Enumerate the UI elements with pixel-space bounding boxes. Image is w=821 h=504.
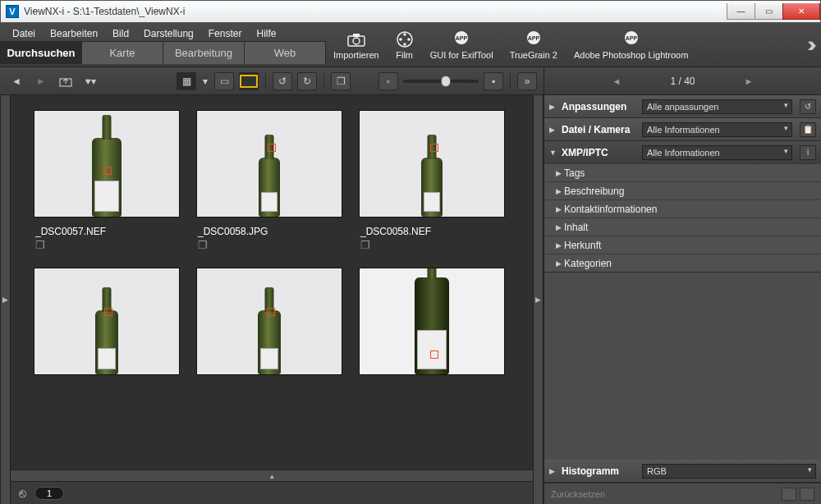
tab-browse[interactable]: Durchsuchen — [0, 41, 82, 64]
xmp-row-tags[interactable]: ▶Tags — [544, 163, 821, 181]
svg-text:APP: APP — [528, 35, 540, 41]
truegrain-button[interactable]: APP TrueGrain 2 — [510, 30, 557, 60]
compare-icon — [240, 75, 258, 88]
nav-forward-button[interactable]: ► — [31, 72, 51, 90]
histogram-select[interactable]: RGB — [642, 464, 816, 479]
tab-web[interactable]: Web — [244, 41, 326, 64]
left-rail-toggle[interactable]: ▶ — [0, 95, 11, 504]
reel-icon — [396, 30, 414, 48]
chevron-right-icon[interactable]: ▶ — [549, 126, 557, 134]
thumbnail-cell[interactable] — [359, 268, 505, 375]
view-compare-button[interactable] — [239, 72, 259, 90]
menu-file[interactable]: Datei — [5, 26, 43, 41]
titlebar: V ViewNX-i - S:\1-Testdaten\_ViewNX-i — … — [0, 0, 821, 23]
image-nav-row: ◄ 1 / 40 ► — [544, 67, 821, 95]
xmp-row-contact[interactable]: ▶Kontaktinformationen — [544, 199, 821, 218]
exiftool-label: GUI for ExifTool — [430, 50, 493, 60]
xmp-row-description[interactable]: ▶Beschreibung — [544, 181, 821, 199]
tab-map[interactable]: Karte — [81, 41, 163, 64]
adjustments-select[interactable]: Alle anpassungen — [642, 99, 792, 114]
chevron-down-icon[interactable]: ▼ — [549, 149, 557, 157]
prev-image-button[interactable]: ◄ — [612, 76, 621, 86]
exiftool-button[interactable]: APP GUI for ExifTool — [430, 30, 493, 60]
thumbnail-filename: _DSC0057.NEF — [35, 226, 180, 237]
thumbnail-image[interactable] — [359, 110, 505, 218]
nav-back-button[interactable]: ◄ — [7, 72, 26, 90]
rotate-ccw-button[interactable]: ↺ — [273, 72, 292, 90]
thumbnail-cell[interactable]: _DSC0057.NEF ❐ — [34, 110, 180, 251]
stack-button[interactable]: ❐ — [331, 72, 351, 90]
file-camera-select[interactable]: Alle Informationen — [642, 122, 792, 137]
panel-filler — [544, 273, 821, 460]
menu-edit[interactable]: Bearbeiten — [43, 26, 105, 41]
mode-tabs: Durchsuchen Karte Bearbeitung Web — [0, 41, 325, 64]
app-badge-icon: APP — [622, 30, 640, 48]
right-rail-toggle[interactable]: ▶ — [533, 95, 544, 504]
thumbnail-image[interactable] — [34, 110, 180, 218]
app-badge-icon: APP — [452, 30, 470, 48]
window-maximize-button[interactable]: ▭ — [754, 3, 782, 20]
save-preset-icon[interactable] — [782, 488, 796, 501]
thumbnail-cell[interactable] — [34, 268, 180, 375]
export-icon[interactable]: ⎋ — [19, 486, 26, 500]
info-icon[interactable]: i — [800, 145, 816, 160]
main-area: ▶ _DSC0057.NEF ❐ _DSC0058.JPG ❐ — [0, 95, 821, 504]
thumbnail-cell[interactable] — [196, 268, 342, 375]
thumbnail-image[interactable] — [359, 268, 505, 375]
tab-edit[interactable]: Bearbeitung — [163, 41, 245, 64]
xmp-row-origin[interactable]: ▶Herkunft — [544, 236, 821, 254]
zoom-out-button[interactable]: ▫ — [378, 72, 398, 90]
chevron-right-icon[interactable]: ▶ — [549, 467, 557, 475]
reset-adjustments-icon[interactable]: ↺ — [800, 99, 816, 114]
filmstrip-toggle[interactable]: ▴ — [11, 470, 533, 481]
window-title: ViewNX-i - S:\1-Testdaten\_ViewNX-i — [24, 6, 727, 17]
favorites-button[interactable]: ♥▾ — [80, 72, 100, 90]
thumbnail-image[interactable] — [196, 110, 342, 218]
zoom-in-button[interactable]: ▪ — [484, 72, 503, 90]
svg-point-6 — [403, 43, 406, 46]
xmp-row-content[interactable]: ▶Inhalt — [544, 218, 821, 236]
folder-up-button[interactable] — [56, 72, 76, 90]
reset-button[interactable]: Zurücksetzen — [551, 489, 605, 499]
overflow-chevrons-icon[interactable]: ››› — [798, 23, 821, 66]
menu-view[interactable]: Darstellung — [136, 26, 201, 41]
view-grid-button[interactable]: ▦ — [177, 72, 196, 90]
browser-toolbar: ◄ ► ♥▾ ▦ ▾ ▭ ↺ ↻ ❐ ▫ ▪ » — [0, 67, 544, 95]
menu-help[interactable]: Hilfe — [249, 26, 283, 41]
thumb-size-slider[interactable] — [403, 80, 479, 83]
svg-text:APP: APP — [625, 35, 637, 41]
lightroom-button[interactable]: APP Adobe Photoshop Lightroom — [574, 30, 688, 60]
menu-image[interactable]: Bild — [105, 26, 136, 41]
load-preset-icon[interactable] — [800, 488, 814, 501]
thumbnail-grid: _DSC0057.NEF ❐ _DSC0058.JPG ❐ _DSC0058.N… — [11, 95, 533, 470]
camera-icon — [347, 30, 365, 48]
slider-thumb[interactable] — [441, 76, 451, 87]
xmp-iptc-select[interactable]: Alle Informationen — [642, 145, 792, 160]
svg-rect-2 — [353, 34, 360, 37]
chevron-right-icon[interactable]: ▶ — [549, 103, 557, 111]
film-button[interactable]: Film — [396, 30, 414, 60]
next-image-button[interactable]: ► — [745, 76, 754, 86]
menu-window[interactable]: Fenster — [201, 26, 250, 41]
thumbnail-cell[interactable]: _DSC0058.JPG ❐ — [196, 110, 342, 251]
app-icon: V — [6, 5, 19, 18]
clipboard-icon[interactable]: 📋 — [800, 122, 816, 137]
window-close-button[interactable]: ✕ — [782, 3, 820, 20]
view-single-button[interactable]: ▭ — [214, 72, 234, 90]
inspector-panel: ▶ Anpassungen Alle anpassungen ↺ ▶ Datei… — [544, 95, 821, 504]
window-minimize-button[interactable]: — — [727, 3, 754, 20]
view-grid-dropdown[interactable]: ▾ — [201, 72, 209, 90]
svg-point-7 — [399, 38, 402, 41]
rotate-cw-button[interactable]: ↻ — [297, 72, 317, 90]
top-toolbar: Datei Bearbeiten Bild Darstellung Fenste… — [0, 23, 821, 67]
toolbar-overflow-button[interactable]: » — [517, 72, 537, 90]
thumbnail-filename: _DSC0058.NEF — [360, 226, 505, 237]
import-button[interactable]: Importieren — [333, 30, 379, 60]
thumbnail-image[interactable] — [34, 268, 180, 375]
thumbnail-image[interactable] — [196, 268, 342, 375]
thumbnail-badge-icon: ❐ — [35, 239, 180, 251]
xmp-row-categories[interactable]: ▶Kategorien — [544, 254, 821, 272]
truegrain-label: TrueGrain 2 — [510, 50, 557, 60]
reset-row: Zurücksetzen — [544, 483, 821, 504]
thumbnail-cell[interactable]: _DSC0058.NEF ❐ — [359, 110, 505, 251]
